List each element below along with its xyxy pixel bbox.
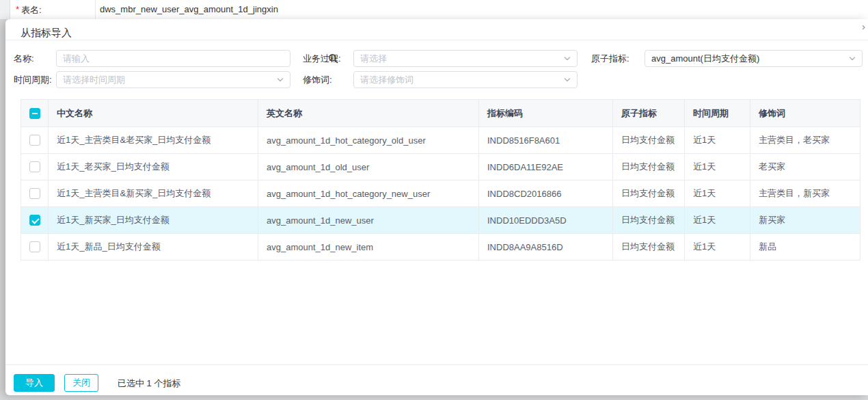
row-checkbox-cell[interactable] <box>21 127 49 154</box>
cell-period: 近1天 <box>685 234 750 261</box>
cell-code: INDD8CD2016866 <box>479 181 613 207</box>
business-process-label: 业务过程: <box>303 50 341 67</box>
time-period-placeholder: 请选择时间周期 <box>63 74 125 86</box>
col-modifier: 修饰词 <box>750 100 860 127</box>
cell-en-name: avg_amount_1d_hot_category_old_user <box>258 127 479 154</box>
table-name-value: dws_mbr_new_user_avg_amount_1d_jingxin <box>100 4 278 14</box>
cell-en-name: avg_amount_1d_new_user <box>258 207 479 234</box>
table-name-label: 表名: <box>21 4 42 16</box>
row-checkbox-cell[interactable] <box>21 154 49 181</box>
cell-period: 近1天 <box>685 207 750 234</box>
select-all-checkbox[interactable] <box>29 108 40 119</box>
cell-code: INDD6DA11E92AE <box>479 154 613 181</box>
field-divider <box>95 0 96 19</box>
cell-modifier: 新买家 <box>750 207 860 234</box>
row-checkbox[interactable] <box>29 215 40 226</box>
time-period-select[interactable]: 请选择时间周期 <box>56 71 290 88</box>
cell-modifier: 主营类目，新买家 <box>750 181 860 207</box>
row-checkbox-cell[interactable] <box>21 234 49 261</box>
left-rail <box>0 0 10 19</box>
modifier-label: 修饰词: <box>303 71 332 88</box>
footer-divider <box>5 364 868 365</box>
chevron-down-icon <box>563 55 571 63</box>
modifier-select[interactable]: 请选择修饰词 <box>353 71 578 88</box>
cell-modifier: 老买家 <box>750 154 860 181</box>
cell-cn-name: 近1天_主营类目&新买家_日均支付金额 <box>49 181 258 207</box>
table-row[interactable]: 近1天_主营类目&老买家_日均支付金额avg_amount_1d_hot_cat… <box>21 127 860 154</box>
row-checkbox[interactable] <box>29 135 40 146</box>
dialog-title: 从指标导入 <box>21 27 72 40</box>
name-filter-label: 名称: <box>14 50 34 67</box>
close-button[interactable]: 关闭 <box>64 374 98 392</box>
business-process-placeholder: 请选择 <box>360 53 387 65</box>
col-atomic: 原子指标 <box>613 100 685 127</box>
cell-cn-name: 近1天_主营类目&老买家_日均支付金额 <box>49 127 258 154</box>
table-row[interactable]: 近1天_主营类目&新买家_日均支付金额avg_amount_1d_hot_cat… <box>21 181 860 207</box>
chevron-down-icon <box>563 76 571 84</box>
cell-code: INDD8AA9A8516D <box>479 234 613 261</box>
table-row[interactable]: 近1天_老买家_日均支付金额avg_amount_1d_old_userINDD… <box>21 154 860 181</box>
cell-period: 近1天 <box>685 154 750 181</box>
cell-modifier: 新品 <box>750 234 860 261</box>
cell-atomic: 日均支付金额 <box>613 234 685 261</box>
cell-modifier: 主营类目，老买家 <box>750 127 860 154</box>
cell-cn-name: 近1天_老买家_日均支付金额 <box>49 154 258 181</box>
row-checkbox[interactable] <box>29 241 40 252</box>
row-checkbox[interactable] <box>29 188 40 199</box>
cell-en-name: avg_amount_1d_hot_category_new_user <box>258 181 479 207</box>
cell-atomic: 日均支付金额 <box>613 127 685 154</box>
cell-cn-name: 近1天_新品_日均支付金额 <box>49 234 258 261</box>
row-checkbox-cell[interactable] <box>21 207 49 234</box>
row-checkbox-cell[interactable] <box>21 181 49 207</box>
cell-atomic: 日均支付金额 <box>613 207 685 234</box>
cell-en-name: avg_amount_1d_new_item <box>258 234 479 261</box>
cell-period: 近1天 <box>685 181 750 207</box>
cell-code: INDD8516F8A601 <box>479 127 613 154</box>
chevron-down-icon <box>848 55 856 63</box>
collapse-chevron-icon[interactable]: › <box>862 21 868 32</box>
cell-period: 近1天 <box>685 127 750 154</box>
table-header-row: 中文名称 英文名称 指标编码 原子指标 时间周期 修饰词 <box>21 100 860 127</box>
name-search-input[interactable] <box>56 50 290 67</box>
selected-count-text: 已选中 1 个指标 <box>118 377 180 390</box>
atomic-indicator-value: avg_amount(日均支付金额) <box>651 53 759 65</box>
row-checkbox[interactable] <box>29 161 40 172</box>
background-form-row: * 表名: dws_mbr_new_user_avg_amount_1d_jin… <box>0 0 868 19</box>
import-button[interactable]: 导入 <box>14 374 55 392</box>
cell-cn-name: 近1天_新买家_日均支付金额 <box>49 207 258 234</box>
time-period-label: 时间周期: <box>14 71 52 88</box>
cell-atomic: 日均支付金额 <box>613 181 685 207</box>
atomic-indicator-select[interactable]: avg_amount(日均支付金额) <box>645 50 863 67</box>
atomic-indicator-label: 原子指标: <box>591 50 629 67</box>
table-row[interactable]: 近1天_新品_日均支付金额avg_amount_1d_new_itemINDD8… <box>21 234 860 261</box>
col-cn-name: 中文名称 <box>49 100 258 127</box>
import-from-indicator-dialog: 从指标导入 › 名称: 业务过程: 请选择 原子指标: avg_amount(日… <box>5 19 868 395</box>
col-en-name: 英文名称 <box>258 100 479 127</box>
indicator-table-body: 近1天_主营类目&老买家_日均支付金额avg_amount_1d_hot_cat… <box>21 127 860 261</box>
required-mark: * <box>16 4 19 14</box>
business-process-select[interactable]: 请选择 <box>353 50 578 67</box>
col-period: 时间周期 <box>685 100 750 127</box>
col-code: 指标编码 <box>479 100 613 127</box>
select-all-cell[interactable] <box>21 100 49 127</box>
modifier-placeholder: 请选择修饰词 <box>360 74 413 86</box>
cell-atomic: 日均支付金额 <box>613 154 685 181</box>
header-divider <box>5 40 868 40</box>
table-row[interactable]: 近1天_新买家_日均支付金额avg_amount_1d_new_userINDD… <box>21 207 860 234</box>
chevron-down-icon <box>276 76 284 84</box>
cell-en-name: avg_amount_1d_old_user <box>258 154 479 181</box>
indicator-table: 中文名称 英文名称 指标编码 原子指标 时间周期 修饰词 近1天_主营类目&老买… <box>21 99 860 261</box>
cell-code: INDD10EDDD3A5D <box>479 207 613 234</box>
